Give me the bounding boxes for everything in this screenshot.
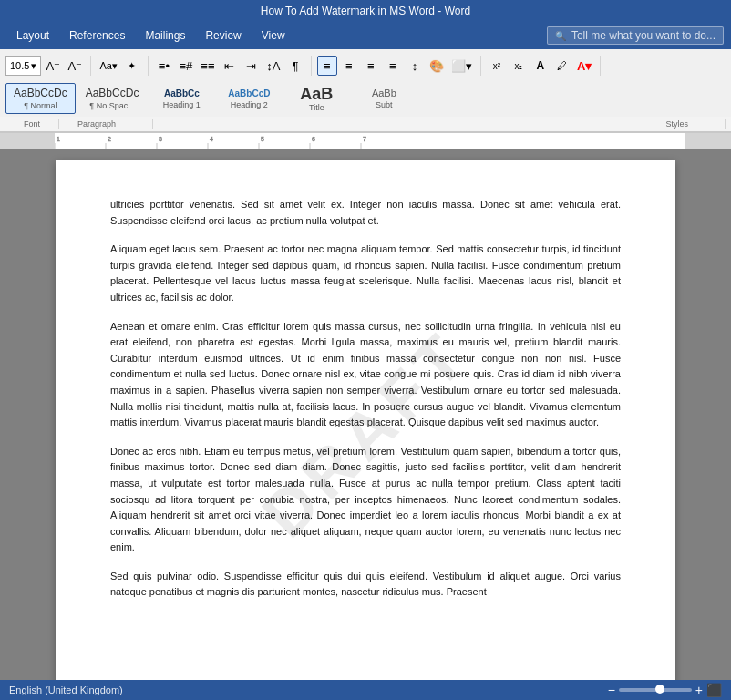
style-normal-label: ¶ Normal bbox=[24, 101, 57, 110]
alignment-group: ≡ ≡ ≡ ≡ ↕ 🎨 ⬜▾ bbox=[317, 56, 481, 76]
menu-bar: Layout References Mailings Review View 🔍… bbox=[0, 22, 731, 49]
font-size-chevron: ▾ bbox=[31, 60, 36, 72]
document-content: ultricies porttitor venenatis. Sed sit a… bbox=[110, 197, 621, 601]
search-bar[interactable]: 🔍 Tell me what you want to do... bbox=[547, 26, 724, 45]
font-size-box[interactable]: 10.5 ▾ bbox=[5, 56, 41, 76]
align-center-button[interactable]: ≡ bbox=[339, 56, 359, 76]
svg-text:1: 1 bbox=[57, 136, 60, 142]
status-right-controls: − + ⬛ bbox=[608, 683, 722, 697]
style-subtitle[interactable]: AaBb Subt bbox=[351, 83, 417, 114]
styles-row: AaBbCcDc ¶ Normal AaBbCcDc ¶ No Spac... … bbox=[0, 82, 731, 117]
shading-button[interactable]: 🎨 bbox=[427, 56, 447, 76]
sort-button[interactable]: ↕A bbox=[263, 56, 283, 76]
styles-group-label: Styles bbox=[629, 119, 726, 129]
ruler-left-margin bbox=[0, 133, 55, 149]
search-icon: 🔍 bbox=[555, 31, 566, 41]
ruler-right-margin bbox=[685, 133, 731, 149]
status-bar: English (United Kingdom) − + ⬛ bbox=[0, 680, 731, 700]
text-color-button[interactable]: A▾ bbox=[574, 56, 594, 76]
style-heading1-preview: AaBbCc bbox=[164, 88, 200, 99]
align-left-button[interactable]: ≡ bbox=[317, 56, 337, 76]
style-normal[interactable]: AaBbCcDc ¶ Normal bbox=[5, 83, 76, 114]
superscript-button[interactable]: x₂ bbox=[509, 56, 529, 76]
menu-review[interactable]: Review bbox=[196, 26, 250, 46]
show-formatting-button[interactable]: ¶ bbox=[285, 56, 305, 76]
align-right-button[interactable]: ≡ bbox=[361, 56, 381, 76]
font-size-value: 10.5 bbox=[10, 60, 29, 71]
paragraph-0: ultricies porttitor venenatis. Sed sit a… bbox=[110, 197, 621, 229]
paragraph-2: Aenean et ornare enim. Cras efficitur lo… bbox=[110, 319, 621, 431]
menu-references[interactable]: References bbox=[60, 26, 134, 46]
group-labels: Font Paragraph Styles bbox=[0, 117, 731, 133]
style-title-preview: AaB bbox=[300, 86, 333, 102]
font-size-decrease-button[interactable]: A⁻ bbox=[65, 56, 85, 76]
style-heading2[interactable]: AaBbCcD Heading 2 bbox=[216, 83, 282, 114]
bullet-list-button[interactable]: ≡• bbox=[154, 56, 174, 76]
zoom-slider[interactable] bbox=[619, 688, 692, 692]
style-heading2-preview: AaBbCcD bbox=[228, 88, 270, 99]
menu-view[interactable]: View bbox=[252, 26, 294, 46]
style-normal-preview: AaBbCcDc bbox=[14, 87, 67, 99]
zoom-out-button[interactable]: − bbox=[608, 683, 615, 697]
style-heading1[interactable]: AaBbCc Heading 1 bbox=[149, 83, 214, 114]
font-format-group: Aa▾ ✦ bbox=[97, 56, 148, 76]
search-placeholder: Tell me what you want to do... bbox=[571, 29, 716, 42]
style-title[interactable]: AaB Title bbox=[283, 83, 349, 114]
svg-text:6: 6 bbox=[312, 136, 315, 142]
paragraph-group-label: Paragraph bbox=[59, 119, 153, 129]
style-title-label: Title bbox=[309, 103, 324, 112]
list-group: ≡• ≡# ≡≡ ⇤ ⇥ ↕A ¶ bbox=[154, 56, 312, 76]
document-page: DRAFT ultricies porttitor venenatis. Sed… bbox=[56, 160, 675, 680]
clear-format-button[interactable]: ✦ bbox=[122, 56, 142, 76]
justify-button[interactable]: ≡ bbox=[383, 56, 403, 76]
svg-text:5: 5 bbox=[261, 136, 264, 142]
style-no-spacing-preview: AaBbCcDc bbox=[86, 87, 139, 99]
numbered-list-button[interactable]: ≡# bbox=[176, 56, 196, 76]
increase-indent-button[interactable]: ⇥ bbox=[242, 56, 262, 76]
svg-text:7: 7 bbox=[363, 136, 366, 142]
style-no-spacing-label: ¶ No Spac... bbox=[89, 101, 134, 110]
decrease-indent-button[interactable]: ⇤ bbox=[220, 56, 240, 76]
paragraph-4: Sed quis pulvinar odio. Suspendisse effi… bbox=[110, 569, 621, 601]
ruler-content-area[interactable]: 1 2 3 4 5 6 7 bbox=[55, 133, 685, 149]
svg-text:2: 2 bbox=[108, 136, 111, 142]
line-spacing-button[interactable]: ↕ bbox=[405, 56, 425, 76]
style-no-spacing[interactable]: AaBbCcDc ¶ No Spac... bbox=[77, 83, 148, 114]
ruler: 1 2 3 4 5 6 7 bbox=[0, 133, 731, 149]
font-group: 10.5 ▾ A⁺ A⁻ bbox=[5, 56, 91, 76]
ribbon-font-row: 10.5 ▾ A⁺ A⁻ Aa▾ ✦ ≡• ≡# ≡≡ ⇤ ⇥ ↕A ¶ ≡ ≡… bbox=[0, 49, 731, 82]
font-color-A-button[interactable]: A bbox=[530, 56, 551, 76]
style-subtitle-preview: AaBb bbox=[372, 88, 396, 99]
highlight-button[interactable]: 🖊 bbox=[552, 56, 572, 76]
menu-layout[interactable]: Layout bbox=[7, 26, 58, 46]
borders-button[interactable]: ⬜▾ bbox=[448, 56, 475, 76]
zoom-in-button[interactable]: + bbox=[695, 683, 703, 697]
paragraph-3: Donec ac eros nibh. Etiam eu tempus metu… bbox=[110, 444, 621, 556]
document-title: How To Add Watermark in MS Word - Word bbox=[261, 5, 470, 17]
style-heading1-label: Heading 1 bbox=[163, 100, 201, 109]
style-heading2-label: Heading 2 bbox=[231, 100, 268, 109]
multilevel-list-button[interactable]: ≡≡ bbox=[198, 56, 218, 76]
font-group-label: Font bbox=[5, 119, 59, 129]
language-status: English (United Kingdom) bbox=[9, 685, 123, 695]
extra-group: x² x₂ A 🖊 A▾ bbox=[487, 56, 601, 76]
svg-text:4: 4 bbox=[210, 136, 213, 142]
subscript-button[interactable]: x² bbox=[487, 56, 507, 76]
paragraph-1: Aliquam eget lacus sem. Praesent ac tort… bbox=[110, 242, 621, 305]
menu-mailings[interactable]: Mailings bbox=[136, 26, 194, 46]
style-subtitle-label: Subt bbox=[376, 100, 393, 109]
title-bar: How To Add Watermark in MS Word - Word bbox=[0, 0, 731, 22]
font-size-increase-button[interactable]: A⁺ bbox=[43, 56, 63, 76]
font-theme-button[interactable]: Aa▾ bbox=[97, 56, 119, 76]
svg-text:3: 3 bbox=[159, 136, 162, 142]
scroll-icon[interactable]: ⬛ bbox=[706, 683, 722, 697]
page-area[interactable]: DRAFT ultricies porttitor venenatis. Sed… bbox=[0, 149, 731, 680]
